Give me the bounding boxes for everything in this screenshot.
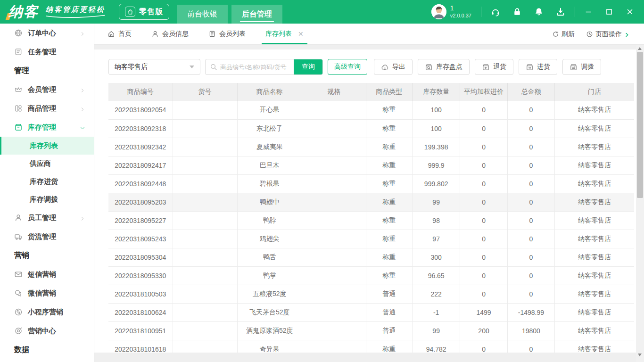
sidebar-subitem-inventory-list[interactable]: 库存列表 (0, 137, 94, 155)
scroll-down-arrow-icon[interactable] (638, 354, 642, 356)
column-header: 库存数量 (412, 83, 460, 101)
sidebar-item-miniprogram-marketing[interactable]: 小程序营销 (0, 303, 94, 321)
store-select[interactable]: 纳客零售店 (108, 59, 200, 75)
tab-inventory-list[interactable]: 库存列表✕ (265, 24, 304, 44)
miniprogram-icon (14, 308, 23, 316)
button-label: 库存盘点 (436, 63, 462, 71)
sidebar-item-marketing-center[interactable]: 营销中心 (0, 321, 94, 340)
inventory-table: 商品编号货号商品名称规格商品类型库存数量平均加权进价总金额门店 20220318… (108, 83, 634, 353)
sidebar-subitem-label: 供应商 (30, 159, 51, 168)
table-cell: 称重 (366, 119, 412, 138)
chevron-right-icon (80, 30, 85, 36)
refresh-icon (552, 31, 559, 38)
scroll-up-arrow-icon[interactable] (638, 47, 642, 50)
lock-icon[interactable] (512, 7, 522, 16)
sidebar-item-statistics-report[interactable]: 统计报表 (0, 359, 94, 362)
chevron-right-icon (80, 215, 85, 221)
table-row[interactable]: 20220318101618奇异果称重94.78200纳客零售店 (108, 340, 634, 353)
table-row[interactable]: 20220318095304鸭舌称重30000纳客零售店 (108, 248, 634, 266)
table-row[interactable]: 20220318100624飞天茅台52度普通-11499-1498.99纳客零… (108, 303, 634, 321)
download-icon[interactable] (556, 7, 565, 16)
sidebar-item-inventory-management[interactable]: 库存管理 (0, 118, 94, 137)
page-actions-button[interactable]: 页面操作 (586, 30, 630, 39)
table-row[interactable]: 20220318092318东北松子称重10000纳客零售店 (108, 119, 634, 138)
box-return-icon (482, 63, 490, 71)
button-label: 导出 (392, 63, 405, 71)
sidebar-item-member-management[interactable]: 会员管理 (0, 80, 94, 99)
sidebar-item-product-management[interactable]: 商品管理 (0, 99, 94, 118)
table-cell: 0 (507, 101, 554, 119)
tab-member-info[interactable]: 会员信息 (151, 24, 189, 44)
logo: 纳客 (8, 2, 39, 22)
table-row[interactable]: 20220318095330鸭掌称重96.6500纳客零售店 (108, 266, 634, 285)
table-row[interactable]: 20220318092054开心果称重10000纳客零售店 (108, 101, 634, 119)
column-header: 商品名称 (237, 83, 302, 101)
tab-home[interactable]: 首页 (107, 24, 132, 44)
nav-front-cashier[interactable]: 前台收银 (177, 5, 228, 24)
truck-icon (14, 232, 23, 241)
maximize-button[interactable] (605, 8, 613, 16)
app-window: 纳客 纳客管店更轻松 零售版 前台收银 后台管理 1 v2.0.0.37 (0, 0, 644, 362)
table-row[interactable]: 20220318100951酒鬼原浆酒52度普通9920019800纳客零售店 (108, 321, 634, 340)
chevron-right-icon (624, 32, 630, 37)
return-button[interactable]: 退货 (475, 59, 513, 75)
table-cell: 纳客零售店 (555, 340, 634, 353)
table-cell: 0 (460, 193, 507, 211)
close-button[interactable] (626, 8, 634, 16)
sidebar-subitem-inventory-purchase[interactable]: 库存进货 (0, 173, 94, 190)
stocktake-button[interactable]: 库存盘点 (418, 59, 470, 75)
nav-backend-management[interactable]: 后台管理 (231, 5, 282, 24)
crown-icon (14, 85, 23, 94)
minimize-button[interactable] (585, 8, 592, 16)
table-row[interactable]: 20220318095243鸡翅尖称重9700纳客零售店 (108, 230, 634, 248)
table-cell: 称重 (366, 266, 412, 285)
table-row[interactable]: 20220318092448碧根果称重999.80200纳客零售店 (108, 174, 634, 193)
table-cell: 0 (460, 138, 507, 156)
sidebar-item-staff-management[interactable]: 员工管理 (0, 208, 94, 227)
tagline-underline (45, 15, 106, 19)
table-cell (302, 340, 366, 353)
search-box: 查询 (205, 59, 323, 75)
bell-icon[interactable] (534, 7, 544, 16)
transfer-button[interactable]: 调拨 (562, 59, 601, 75)
tab-member-list[interactable]: 会员列表 (208, 24, 246, 44)
search-input[interactable] (220, 64, 294, 71)
avatar[interactable] (431, 4, 446, 19)
advanced-query-button[interactable]: 高级查询 (328, 59, 367, 75)
table-row[interactable]: 20220318092417巴旦木称重999.900纳客零售店 (108, 156, 634, 174)
query-button[interactable]: 查询 (294, 59, 323, 75)
table-row[interactable]: 20220318092342夏威夷果称重199.39800纳客零售店 (108, 138, 634, 156)
page-scrollbar[interactable] (636, 45, 644, 362)
close-tab-icon[interactable]: ✕ (298, 30, 304, 38)
sidebar-subitem-inventory-transfer[interactable]: 库存调拨 (0, 190, 94, 208)
button-label: 进货 (537, 63, 550, 71)
table-cell: 纳客零售店 (555, 285, 634, 303)
app-version: v2.0.0.37 (450, 13, 471, 19)
table-row[interactable]: 20220318095227鸭脖称重9800纳客零售店 (108, 211, 634, 230)
table-cell: 1499 (460, 303, 507, 321)
export-button[interactable]: 导出 (374, 59, 413, 75)
sidebar-item-logistics-management[interactable]: 货流管理 (0, 227, 94, 246)
table-cell: 夏威夷果 (237, 138, 302, 156)
tabbar-actions: 刷新 页面操作 (552, 24, 630, 45)
user-block[interactable]: 1 v2.0.0.37 (431, 4, 471, 19)
table-cell (173, 193, 237, 211)
refresh-button[interactable]: 刷新 (552, 30, 575, 39)
table-cell: 97 (412, 230, 460, 248)
sidebar-item-label: 会员管理 (28, 85, 80, 94)
sidebar-subitem-supplier[interactable]: 供应商 (0, 155, 94, 173)
table-cell: 0 (460, 266, 507, 285)
table-cell: -1 (412, 303, 460, 321)
sidebar-item-order-center[interactable]: 订单中心 (0, 24, 94, 42)
column-header: 总金额 (507, 83, 554, 101)
purchase-button[interactable]: 进货 (519, 59, 557, 75)
service-icon[interactable] (491, 7, 500, 16)
table-row[interactable]: 20220318095203鸭翅中称重9900纳客零售店 (108, 193, 634, 211)
sidebar-item-task-management[interactable]: 任务管理 (0, 42, 94, 61)
table-row[interactable]: 20220318100503五粮液52度普通22200纳客零售店 (108, 285, 634, 303)
sidebar-item-wechat-marketing[interactable]: 微信营销 (0, 284, 94, 303)
scrollbar-thumb[interactable] (637, 52, 643, 198)
sidebar-item-sms-marketing[interactable]: 短信营销 (0, 265, 94, 284)
table-cell: 0 (507, 266, 554, 285)
table-cell: 称重 (366, 101, 412, 119)
